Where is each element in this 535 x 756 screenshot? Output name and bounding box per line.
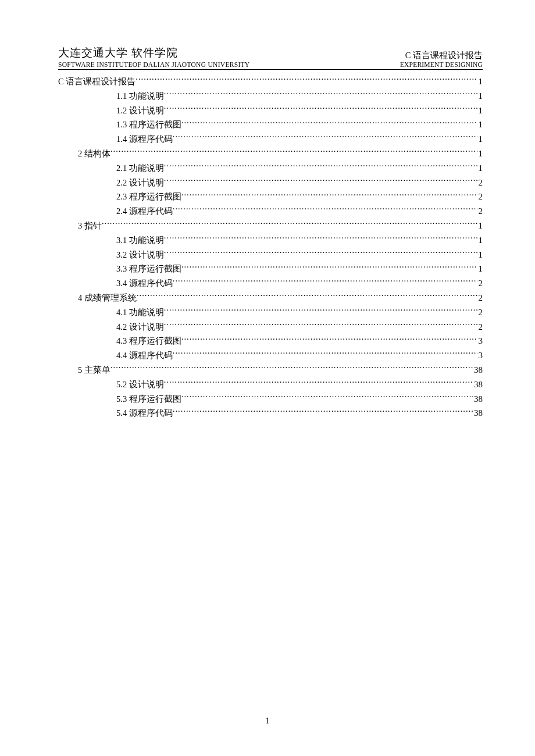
page-number: 1 <box>0 716 535 726</box>
toc-entry[interactable]: 3 指针1 <box>58 219 483 233</box>
header-right-sub: EXPERIMENT DESIGNING <box>400 61 483 68</box>
toc-leader-dots <box>110 364 473 373</box>
toc-entry[interactable]: 5.4 源程序代码38 <box>58 406 483 420</box>
toc-leader-dots <box>164 234 477 243</box>
toc-entry-page: 38 <box>473 363 483 377</box>
toc-entry-label: 2.2 设计说明 <box>116 176 164 190</box>
toc-leader-dots <box>173 350 477 359</box>
toc-entry-page: 2 <box>477 305 483 320</box>
toc-leader-dots <box>164 249 477 258</box>
toc-entry[interactable]: 3.2 设计说明1 <box>58 248 483 262</box>
toc-entry-label: 2.1 功能说明 <box>116 161 164 176</box>
toc-entry-page: 2 <box>477 190 483 204</box>
toc-entry-label: 2.4 源程序代码 <box>116 204 173 219</box>
header-left-sub: SOFTWARE INSTITUTEOF DALIAN JIAOTONG UNI… <box>58 61 249 68</box>
toc-leader-dots <box>135 76 477 85</box>
toc-entry-label: 5.3 程序运行截图 <box>116 392 181 406</box>
toc-entry[interactable]: 3.4 源程序代码2 <box>58 276 483 291</box>
toc-entry-page: 1 <box>477 262 483 276</box>
toc-leader-dots <box>110 148 477 156</box>
toc-entry-page: 2 <box>477 176 483 190</box>
toc-entry-page: 1 <box>477 147 483 161</box>
toc-leader-dots <box>173 408 473 416</box>
toc-entry-page: 38 <box>473 392 483 406</box>
toc-entry-page: 1 <box>477 219 483 233</box>
toc-leader-dots <box>173 278 477 287</box>
toc-entry-label: 4.3 程序运行截图 <box>116 334 181 348</box>
toc-entry-label: 3.1 功能说明 <box>116 233 164 248</box>
header-right-title: C 语言课程设计报告 <box>400 50 483 61</box>
toc-entry-page: 2 <box>477 276 483 291</box>
toc-entry-page: 38 <box>473 406 483 420</box>
toc-leader-dots <box>181 191 477 200</box>
toc-entry[interactable]: C 语言课程设计报告1 <box>58 74 483 89</box>
toc-entry-page: 2 <box>477 320 483 334</box>
toc-entry-label: 4.1 功能说明 <box>116 305 164 320</box>
toc-entry[interactable]: 4.3 程序运行截图3 <box>58 334 483 348</box>
toc-entry-page: 2 <box>477 291 483 305</box>
toc-entry-label: 2.3 程序运行截图 <box>116 190 181 204</box>
toc-leader-dots <box>102 220 477 229</box>
toc-entry-page: 1 <box>477 104 483 118</box>
toc-entry-page: 1 <box>477 74 483 89</box>
header-right: C 语言课程设计报告 EXPERIMENT DESIGNING <box>400 50 483 68</box>
toc-leader-dots <box>164 105 477 113</box>
toc-entry[interactable]: 1.1 功能说明1 <box>58 89 483 104</box>
toc-entry-page: 1 <box>477 233 483 248</box>
toc-entry-label: 5.4 源程序代码 <box>116 406 173 420</box>
toc-entry[interactable]: 4.2 设计说明2 <box>58 320 483 334</box>
toc-entry-label: 4 成绩管理系统 <box>78 291 137 305</box>
toc-entry-label: 4.4 源程序代码 <box>116 348 173 363</box>
toc-leader-dots <box>164 90 477 99</box>
toc-entry-label: 4.2 设计说明 <box>116 320 164 334</box>
toc-entry-label: C 语言课程设计报告 <box>58 74 135 89</box>
toc-entry[interactable]: 3.3 程序运行截图1 <box>58 262 483 276</box>
toc-leader-dots <box>164 379 473 387</box>
toc-entry[interactable]: 5.3 程序运行截图38 <box>58 392 483 406</box>
toc-leader-dots <box>173 206 477 215</box>
toc-leader-dots <box>164 162 477 171</box>
toc-leader-dots <box>181 263 477 272</box>
toc-entry[interactable]: 1.4 源程序代码1 <box>58 132 483 147</box>
toc-entry-label: 3.3 程序运行截图 <box>116 262 181 276</box>
toc-entry[interactable]: 1.2 设计说明1 <box>58 104 483 118</box>
toc-entry[interactable]: 2.3 程序运行截图2 <box>58 190 483 204</box>
toc-entry[interactable]: 3.1 功能说明1 <box>58 233 483 248</box>
toc-entry-label: 5 主菜单 <box>78 363 110 377</box>
toc-entry[interactable]: 2.4 源程序代码2 <box>58 204 483 219</box>
toc-leader-dots <box>164 177 477 186</box>
toc-entry-page: 1 <box>477 89 483 104</box>
toc-entry[interactable]: 2 结构体1 <box>58 147 483 161</box>
toc-leader-dots <box>181 336 477 344</box>
toc-entry-label: 3.4 源程序代码 <box>116 276 173 291</box>
toc-entry[interactable]: 5 主菜单38 <box>58 363 483 377</box>
toc-leader-dots <box>181 119 477 128</box>
toc-entry-page: 3 <box>477 348 483 363</box>
toc-entry[interactable]: 1.3 程序运行截图1 <box>58 117 483 132</box>
toc-entry[interactable]: 2.2 设计说明2 <box>58 176 483 190</box>
toc-leader-dots <box>137 292 477 301</box>
toc-entry-label: 1.2 设计说明 <box>116 104 164 118</box>
header-left: 大连交通大学 软件学院 SOFTWARE INSTITUTEOF DALIAN … <box>58 45 249 68</box>
toc-entry-label: 1.4 源程序代码 <box>116 132 173 147</box>
toc-entry-label: 5.2 设计说明 <box>116 377 164 392</box>
toc-entry[interactable]: 5.2 设计说明38 <box>58 377 483 392</box>
page-header: 大连交通大学 软件学院 SOFTWARE INSTITUTEOF DALIAN … <box>58 45 483 70</box>
toc-entry[interactable]: 2.1 功能说明1 <box>58 161 483 176</box>
toc-entry-label: 3.2 设计说明 <box>116 248 164 262</box>
toc-entry-page: 1 <box>477 161 483 176</box>
toc-entry-label: 1.1 功能说明 <box>116 89 164 104</box>
header-left-title: 大连交通大学 软件学院 <box>58 45 249 60</box>
toc-entry-label: 1.3 程序运行截图 <box>116 117 181 132</box>
document-page: 大连交通大学 软件学院 SOFTWARE INSTITUTEOF DALIAN … <box>0 0 535 444</box>
toc-entry[interactable]: 4 成绩管理系统2 <box>58 291 483 305</box>
toc-leader-dots <box>164 321 477 330</box>
toc-entry[interactable]: 4.1 功能说明2 <box>58 305 483 320</box>
toc-entry-page: 38 <box>473 377 483 392</box>
toc-entry-page: 1 <box>477 132 483 147</box>
toc-entry-label: 2 结构体 <box>78 147 110 161</box>
toc-entry-label: 3 指针 <box>78 219 102 233</box>
toc-entry-page: 2 <box>477 204 483 219</box>
toc-entry[interactable]: 4.4 源程序代码3 <box>58 348 483 363</box>
toc-entry-page: 3 <box>477 334 483 348</box>
